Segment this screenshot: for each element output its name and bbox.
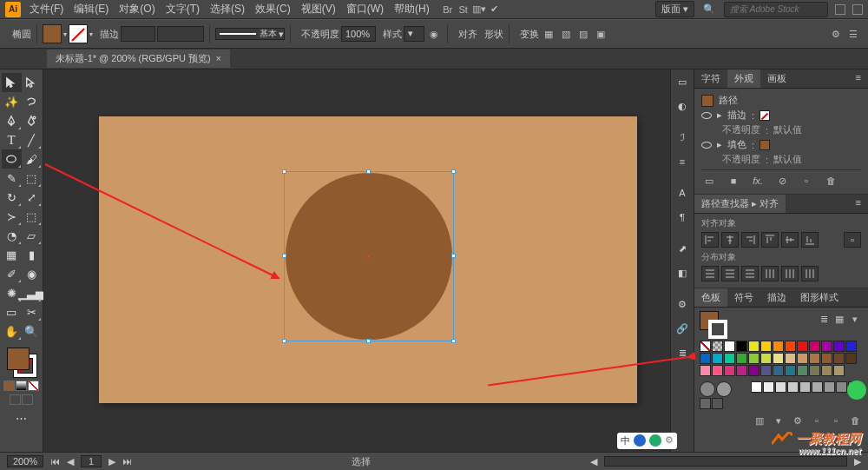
window-min-icon[interactable] (835, 4, 845, 15)
stroke-profile-input[interactable] (157, 26, 204, 42)
swatch[interactable] (785, 341, 796, 352)
nav-prev-icon[interactable]: ◀ (67, 456, 74, 467)
tab-pathfinder[interactable]: 路径查找器 ▸ 对齐 (694, 195, 786, 213)
tab-brushes[interactable]: 描边 (760, 288, 793, 307)
swatch[interactable] (809, 341, 820, 352)
transform-link[interactable]: 变换 (520, 28, 539, 41)
blend-tool[interactable]: ◉ (22, 264, 42, 283)
menu-view[interactable]: 视图(V) (301, 2, 336, 17)
visibility-icon[interactable] (701, 112, 712, 119)
mesh-tool[interactable]: ▦ (2, 245, 22, 264)
swatch[interactable] (712, 353, 723, 364)
paintbrush-tool[interactable]: 🖌 (22, 149, 42, 169)
transparency-panel-icon[interactable]: ◧ (674, 264, 691, 281)
line-tool[interactable]: ╱ (22, 130, 42, 149)
slice-tool[interactable]: ✂ (22, 302, 42, 321)
dist-hcenter-button[interactable] (781, 266, 799, 281)
para-panel-icon[interactable]: ¶ (674, 209, 691, 226)
swatch[interactable] (809, 353, 820, 364)
actions-panel-icon[interactable]: ⚙ (674, 295, 691, 313)
hand-tool[interactable]: ✋ (2, 321, 22, 341)
search-icon[interactable]: 🔍 (701, 2, 717, 17)
swatch-lib-icon[interactable]: ▥ (752, 413, 767, 428)
swatch[interactable] (809, 365, 820, 376)
add-fill-icon[interactable]: ■ (726, 173, 741, 189)
swatch[interactable] (821, 341, 832, 352)
scale-tool[interactable]: ⤢ (22, 188, 42, 207)
swatch[interactable] (799, 381, 811, 393)
tab-character[interactable]: 字符 (694, 70, 727, 88)
stroke-swatch[interactable] (69, 24, 88, 43)
perspective-tool[interactable]: ▱ (22, 226, 42, 245)
pen-tool[interactable] (2, 111, 22, 130)
swatch[interactable] (773, 353, 784, 364)
panel-menu-icon[interactable]: ≡ (849, 195, 868, 213)
swatch[interactable] (760, 341, 772, 352)
new-swatch-icon[interactable]: ▫ (828, 413, 844, 428)
zoom-tool[interactable]: 🔍 (22, 321, 42, 341)
swatch[interactable] (833, 353, 845, 364)
color-guide-icon[interactable]: ◐ (674, 97, 691, 115)
ellipse-tool[interactable] (2, 149, 22, 169)
menu-effect[interactable]: 效果(C) (255, 2, 291, 17)
document-tab[interactable]: 未标题-1* @ 200% (RGB/GPU 预览) × (47, 50, 230, 68)
menu-edit[interactable]: 编辑(E) (74, 2, 108, 17)
swatch[interactable] (748, 365, 760, 376)
crop-icon[interactable]: ▧ (558, 26, 574, 42)
swatch-options-icon[interactable]: ⚙ (790, 413, 806, 428)
artboard-tool[interactable]: ▭ (2, 302, 22, 321)
swatch[interactable] (833, 365, 845, 376)
free-transform-tool[interactable]: ⬚ (22, 207, 42, 226)
swatch[interactable] (724, 365, 735, 376)
shaper-tool[interactable]: ✎ (2, 169, 22, 188)
selection-tool[interactable] (2, 73, 22, 92)
ime-toolbar[interactable]: 中 ⚙ (617, 433, 677, 449)
menu-window[interactable]: 窗口(W) (346, 2, 384, 17)
align-link[interactable]: 对齐 (458, 28, 477, 41)
swatch-none[interactable] (700, 341, 711, 352)
swatch[interactable] (787, 381, 799, 393)
swatch[interactable] (700, 365, 711, 376)
align-vcenter-button[interactable] (781, 232, 799, 248)
menu-file[interactable]: 文件(F) (30, 2, 63, 17)
menu-help[interactable]: 帮助(H) (394, 2, 430, 17)
new-group-icon[interactable]: ▫ (809, 413, 825, 428)
dist-bottom-button[interactable] (741, 266, 759, 281)
style-dropdown[interactable]: ▾ (404, 26, 424, 42)
prefs-icon[interactable]: ⚙ (828, 26, 844, 42)
swatch[interactable] (775, 381, 786, 393)
swatch[interactable] (763, 381, 774, 393)
recolor-icon[interactable]: ◉ (426, 26, 442, 42)
swatch[interactable] (712, 365, 723, 376)
transform-panel-icon[interactable]: ⬈ (674, 240, 691, 257)
type-tool[interactable]: T (2, 130, 22, 149)
arrange-icon[interactable]: ▥▾ (471, 2, 487, 17)
stroke-row-label[interactable]: 描边 (727, 109, 746, 122)
swatch[interactable] (736, 341, 747, 352)
nav-next-icon[interactable]: ▶ (108, 456, 115, 467)
swatch[interactable] (700, 353, 711, 364)
close-icon[interactable]: × (216, 54, 221, 63)
swatch[interactable] (736, 365, 747, 376)
dist-right-button[interactable] (801, 266, 819, 281)
swatch[interactable] (748, 341, 760, 352)
magic-wand-tool[interactable]: ✨ (2, 92, 22, 111)
swatch[interactable] (785, 365, 796, 376)
hscrollbar[interactable] (604, 456, 847, 467)
shape-builder-tool[interactable]: ◔ (2, 226, 22, 245)
dist-top-button[interactable] (701, 266, 719, 281)
zoom-level[interactable]: 200% (7, 455, 43, 467)
swatch[interactable] (836, 381, 847, 393)
swatch[interactable] (797, 341, 808, 352)
brushes-panel-icon[interactable]: ℐ (674, 129, 691, 146)
color-panel-icon[interactable]: ▭ (674, 73, 691, 90)
swatch[interactable] (797, 365, 808, 376)
bridge-icon[interactable]: Br (440, 2, 456, 17)
swatch-registration[interactable] (712, 341, 723, 352)
stroke-weight-input[interactable] (121, 26, 155, 42)
align-right-button[interactable] (741, 232, 759, 248)
edit-toolbar-button[interactable]: ⋯ (11, 408, 31, 427)
add-stroke-icon[interactable]: ▭ (701, 173, 717, 189)
stroke-panel-icon[interactable]: ≡ (674, 153, 691, 170)
swatch[interactable] (824, 381, 835, 393)
